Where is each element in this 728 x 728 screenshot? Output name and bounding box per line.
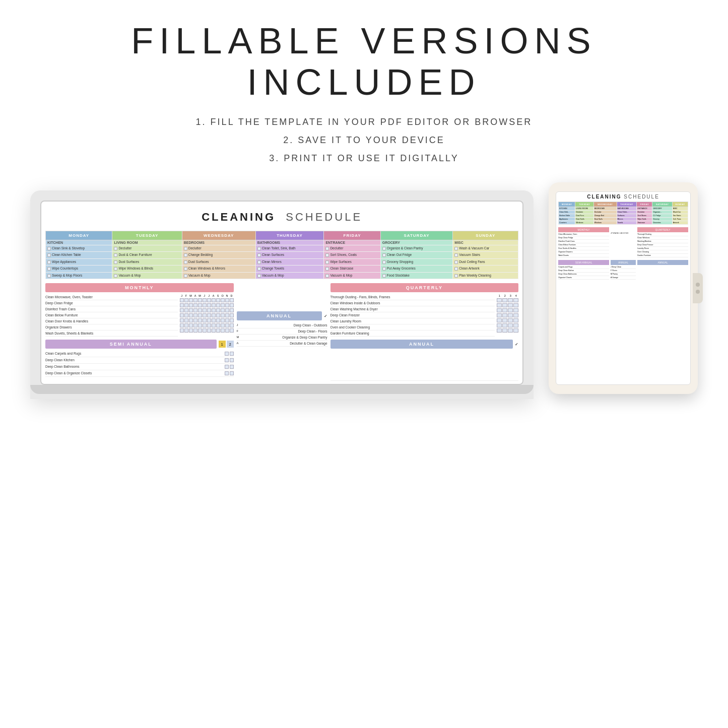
monthly-cb[interactable] xyxy=(203,318,207,322)
quarterly-cb[interactable] xyxy=(497,323,502,327)
monthly-cb[interactable] xyxy=(184,323,188,327)
monthly-cb[interactable] xyxy=(225,303,229,307)
monthly-cb[interactable] xyxy=(225,328,229,333)
quarterly-cb[interactable] xyxy=(513,298,518,302)
quarterly-cb-row-5[interactable] xyxy=(497,323,518,327)
monthly-cb[interactable] xyxy=(225,318,229,322)
quarterly-cb[interactable] xyxy=(508,328,513,333)
monthly-cb[interactable] xyxy=(212,323,216,327)
monthly-cb[interactable] xyxy=(216,318,220,322)
monthly-cb[interactable] xyxy=(180,318,184,322)
monthly-cb-row-2[interactable] xyxy=(180,308,234,312)
quarterly-cb[interactable] xyxy=(508,308,513,312)
monthly-cb[interactable] xyxy=(216,313,220,317)
monthly-cb-row-6[interactable] xyxy=(180,328,234,333)
monthly-cb[interactable] xyxy=(180,298,184,302)
monthly-cb[interactable] xyxy=(225,323,229,327)
monthly-cb[interactable] xyxy=(216,323,220,327)
quarterly-cb[interactable] xyxy=(502,328,507,333)
monthly-cb[interactable] xyxy=(193,298,197,302)
monthly-cb[interactable] xyxy=(216,298,220,302)
monthly-cb[interactable] xyxy=(212,298,216,302)
monthly-cb[interactable] xyxy=(189,328,193,333)
quarterly-cb[interactable] xyxy=(508,303,513,307)
monthly-cb[interactable] xyxy=(198,318,202,322)
monthly-cb[interactable] xyxy=(203,313,207,317)
quarterly-cb[interactable] xyxy=(502,308,507,312)
quarterly-cb[interactable] xyxy=(513,313,518,317)
quarterly-cb[interactable] xyxy=(508,313,513,317)
monthly-cb[interactable] xyxy=(180,323,184,327)
monthly-cb[interactable] xyxy=(212,313,216,317)
monthly-cb[interactable] xyxy=(221,328,225,333)
quarterly-cb[interactable] xyxy=(508,298,513,302)
monthly-cb[interactable] xyxy=(189,323,193,327)
quarterly-cb[interactable] xyxy=(497,298,502,302)
monthly-cb[interactable] xyxy=(207,298,211,302)
quarterly-cb-row-6[interactable] xyxy=(497,328,518,333)
quarterly-cb-row-4[interactable] xyxy=(497,318,518,322)
quarterly-cb[interactable] xyxy=(497,328,502,333)
monthly-cb[interactable] xyxy=(193,303,197,307)
quarterly-cb-row-1[interactable] xyxy=(497,303,518,307)
monthly-cb[interactable] xyxy=(189,298,193,302)
quarterly-cb-row-2[interactable] xyxy=(497,308,518,312)
quarterly-cb[interactable] xyxy=(502,323,507,327)
monthly-cb-rows[interactable] xyxy=(180,298,234,334)
quarterly-cb[interactable] xyxy=(497,318,502,322)
monthly-cb[interactable] xyxy=(180,313,184,317)
quarterly-cb[interactable] xyxy=(502,313,507,317)
monthly-cb-row-5[interactable] xyxy=(180,323,234,327)
monthly-cb[interactable] xyxy=(198,308,202,312)
monthly-cb[interactable] xyxy=(193,318,197,322)
monthly-cb[interactable] xyxy=(193,328,197,333)
monthly-cb[interactable] xyxy=(198,313,202,317)
monthly-cb[interactable] xyxy=(225,313,229,317)
monthly-cb[interactable] xyxy=(212,308,216,312)
quarterly-cb[interactable] xyxy=(513,328,518,333)
monthly-cb[interactable] xyxy=(225,308,229,312)
monthly-cb[interactable] xyxy=(203,308,207,312)
monthly-cb[interactable] xyxy=(203,298,207,302)
quarterly-cb[interactable] xyxy=(513,308,518,312)
monthly-cb[interactable] xyxy=(212,328,216,333)
monthly-cb-row-0[interactable] xyxy=(180,298,234,302)
quarterly-cb-rows[interactable] xyxy=(497,298,518,334)
monthly-cb[interactable] xyxy=(230,318,234,322)
monthly-cb[interactable] xyxy=(230,323,234,327)
monthly-cb[interactable] xyxy=(207,318,211,322)
monthly-cb[interactable] xyxy=(189,313,193,317)
monthly-cb[interactable] xyxy=(189,303,193,307)
quarterly-cb[interactable] xyxy=(497,313,502,317)
monthly-cb[interactable] xyxy=(221,298,225,302)
monthly-cb[interactable] xyxy=(216,308,220,312)
monthly-cb[interactable] xyxy=(180,303,184,307)
monthly-cb[interactable] xyxy=(203,328,207,333)
monthly-cb[interactable] xyxy=(198,303,202,307)
monthly-cb[interactable] xyxy=(230,328,234,333)
monthly-cb[interactable] xyxy=(198,323,202,327)
monthly-cb[interactable] xyxy=(230,308,234,312)
monthly-cb[interactable] xyxy=(184,308,188,312)
monthly-cb-row-4[interactable] xyxy=(180,318,234,322)
monthly-cb[interactable] xyxy=(203,303,207,307)
monthly-cb[interactable] xyxy=(207,328,211,333)
monthly-cb[interactable] xyxy=(198,328,202,333)
monthly-cb[interactable] xyxy=(184,303,188,307)
quarterly-cb[interactable] xyxy=(502,303,507,307)
monthly-cb[interactable] xyxy=(193,323,197,327)
quarterly-cb-row-3[interactable] xyxy=(497,313,518,317)
quarterly-cb-row-0[interactable] xyxy=(497,298,518,302)
monthly-cb[interactable] xyxy=(221,323,225,327)
monthly-cb[interactable] xyxy=(207,308,211,312)
monthly-cb[interactable] xyxy=(189,318,193,322)
monthly-cb[interactable] xyxy=(207,313,211,317)
monthly-cb[interactable] xyxy=(216,303,220,307)
monthly-cb[interactable] xyxy=(212,318,216,322)
monthly-cb[interactable] xyxy=(221,303,225,307)
monthly-cb[interactable] xyxy=(207,323,211,327)
monthly-cb[interactable] xyxy=(207,303,211,307)
quarterly-cb[interactable] xyxy=(502,318,507,322)
quarterly-cb[interactable] xyxy=(513,323,518,327)
quarterly-cb[interactable] xyxy=(502,298,507,302)
